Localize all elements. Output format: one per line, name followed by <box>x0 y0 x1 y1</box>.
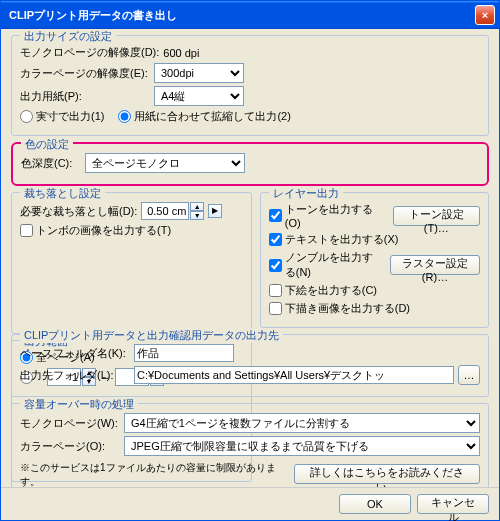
dialog-window: CLIPプリント用データの書き出し × 出力サイズの設定 モノクロページの解像度… <box>0 0 500 521</box>
radio-actual-size[interactable]: 実寸で出力(1) <box>20 109 104 124</box>
group-color-settings: 色の設定 色深度(C): 全ページモノクロ <box>11 142 489 186</box>
group-output-dest: CLIPプリント用データと出力確認用データの出力先 ベースフォルダ名(K): 出… <box>11 334 489 397</box>
dialog-footer: OK キャンセル <box>1 487 499 520</box>
check-nombre[interactable]: ノンブルを出力する(N) <box>269 250 376 280</box>
close-button[interactable]: × <box>475 5 495 25</box>
mono-res-label: モノクロページの解像度(D): <box>20 45 159 60</box>
group-output-size: 出力サイズの設定 モノクロページの解像度(D): 600 dpi カラーページの… <box>11 35 489 136</box>
color-depth-label: 色深度(C): <box>21 156 81 171</box>
group-title: 裁ち落とし設定 <box>20 186 105 201</box>
radio-fit-paper[interactable]: 用紙に合わせて拡縮して出力(2) <box>118 109 290 124</box>
base-folder-label: ベースフォルダ名(K): <box>20 346 130 361</box>
trim-expand-button[interactable]: ▶ <box>208 204 222 218</box>
over-color-select[interactable]: JPEG圧縮で制限容量に収まるまで品質を下げる <box>124 436 480 456</box>
dialog-body: 出力サイズの設定 モノクロページの解像度(D): 600 dpi カラーページの… <box>1 29 499 487</box>
trim-width-spinner[interactable]: ▲▼ <box>141 202 204 220</box>
over-color-label: カラーページ(O): <box>20 439 120 454</box>
over-mono-select[interactable]: G4圧縮で1ページを複数ファイルに分割する <box>124 413 480 433</box>
close-icon: × <box>482 9 488 21</box>
dest-folder-input[interactable] <box>134 366 454 384</box>
check-tone[interactable]: トーンを出力する(O) <box>269 202 379 229</box>
color-res-select[interactable]: 300dpi <box>154 63 244 83</box>
raster-settings-button[interactable]: ラスター設定(R)… <box>390 255 480 275</box>
check-base[interactable]: 下絵を出力する(C) <box>269 283 377 298</box>
paper-select[interactable]: A4縦 <box>154 86 244 106</box>
browse-button[interactable]: … <box>458 365 480 385</box>
group-title: 出力サイズの設定 <box>20 29 116 44</box>
cancel-button[interactable]: キャンセル <box>417 494 489 514</box>
overflow-detail-button[interactable]: 詳しくはこちらをお読みください… <box>294 464 480 484</box>
trim-width-input[interactable] <box>141 202 189 220</box>
check-text[interactable]: テキストを出力する(X) <box>269 232 399 247</box>
overflow-note: ※このサービスは1ファイルあたりの容量に制限があります。 <box>20 461 290 487</box>
group-layer: レイヤー出力 トーンを出力する(O) トーン設定(T)… テキストを出力する(X… <box>260 192 489 328</box>
titlebar: CLIPプリント用データの書き出し × <box>1 1 499 29</box>
group-trim: 裁ち落とし設定 必要な裁ち落とし幅(D): ▲▼ ▶ トンボの画像を出力する(T… <box>11 192 252 334</box>
mono-res-value: 600 dpi <box>163 47 199 59</box>
ok-button[interactable]: OK <box>339 494 411 514</box>
over-mono-label: モノクロページ(W): <box>20 416 120 431</box>
check-tombo[interactable]: トンボの画像を出力する(T) <box>20 223 171 238</box>
window-title: CLIPプリント用データの書き出し <box>9 8 475 23</box>
color-depth-select[interactable]: 全ページモノクロ <box>85 153 245 173</box>
dest-folder-label: 出力先フォルダ(L): <box>20 368 130 383</box>
spin-down-icon[interactable]: ▼ <box>190 211 204 220</box>
check-draft[interactable]: 下描き画像を出力する(D) <box>269 301 410 316</box>
group-title: レイヤー出力 <box>269 186 343 201</box>
paper-label: 出力用紙(P): <box>20 89 150 104</box>
group-title: CLIPプリント用データと出力確認用データの出力先 <box>20 328 283 343</box>
group-title: 色の設定 <box>21 137 73 152</box>
spin-up-icon[interactable]: ▲ <box>190 202 204 211</box>
group-title: 容量オーバー時の処理 <box>20 397 138 412</box>
tone-settings-button[interactable]: トーン設定(T)… <box>393 206 480 226</box>
group-overflow: 容量オーバー時の処理 モノクロページ(W): G4圧縮で1ページを複数ファイルに… <box>11 403 489 487</box>
color-res-label: カラーページの解像度(E): <box>20 66 150 81</box>
base-folder-input[interactable] <box>134 344 234 362</box>
trim-width-label: 必要な裁ち落とし幅(D): <box>20 204 137 219</box>
